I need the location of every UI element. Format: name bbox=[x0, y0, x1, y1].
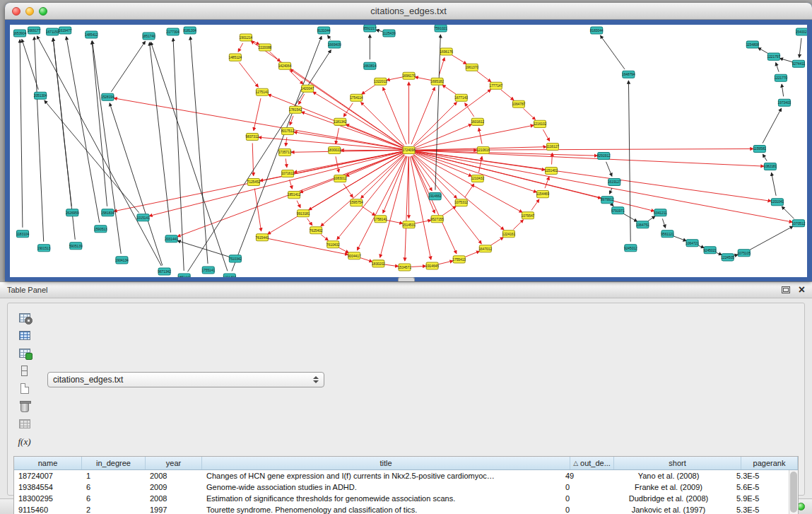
delete-table-button[interactable] bbox=[15, 415, 34, 433]
graph-node[interactable]: 1914662 bbox=[428, 193, 442, 200]
graph-node[interactable]: 1420047 bbox=[301, 85, 314, 92]
short-cell[interactable]: Yano et al. (2008) bbox=[605, 472, 732, 480]
graph-node[interactable]: 9245021 bbox=[703, 247, 717, 254]
graph-node[interactable]: 9527155 bbox=[430, 216, 444, 223]
year-cell[interactable]: 2009 bbox=[146, 483, 202, 491]
graph-node[interactable]: 1755413 bbox=[452, 256, 466, 263]
graph-node[interactable]: 1154469 bbox=[536, 191, 550, 198]
graph-node[interactable]: 1183104 bbox=[16, 230, 30, 238]
name-cell[interactable]: 18300295 bbox=[14, 494, 82, 503]
year-cell[interactable]: 2008 bbox=[146, 494, 202, 503]
graph-node[interactable]: 1485124 bbox=[229, 54, 242, 61]
graph-node[interactable]: 7591021 bbox=[434, 25, 447, 32]
graph-node[interactable]: 1210432 bbox=[471, 175, 484, 182]
graph-node[interactable]: 1914645 bbox=[425, 262, 439, 269]
title-cell[interactable]: Changes of HCN gene expression and I(f) … bbox=[202, 472, 561, 480]
pagerank-cell[interactable]: 5.6E-5 bbox=[732, 483, 789, 491]
graph-node[interactable]: 1758141 bbox=[374, 216, 387, 223]
graph-node[interactable]: 1671150 bbox=[46, 28, 59, 35]
graph-node[interactable]: 1851441 bbox=[177, 274, 191, 277]
graph-node[interactable]: 1534571 bbox=[398, 264, 411, 271]
graph-node[interactable]: 1901513 bbox=[37, 245, 51, 252]
graph-node[interactable]: 1224161 bbox=[502, 230, 516, 238]
window-titlebar[interactable]: citations_edges.txt bbox=[5, 3, 812, 20]
column-header-in_degree[interactable]: in_degree bbox=[82, 457, 146, 469]
graph-node[interactable]: 1083012 bbox=[334, 175, 347, 182]
graph-node[interactable]: 7625402 bbox=[310, 227, 323, 234]
scrollbar-thumb[interactable] bbox=[790, 472, 797, 513]
title-cell[interactable]: Estimation of significance thresholds fo… bbox=[202, 494, 561, 503]
graph-node[interactable]: 1485412 bbox=[85, 31, 98, 38]
graph-node[interactable]: 7125452 bbox=[247, 179, 261, 186]
graph-node[interactable]: 9245012 bbox=[624, 245, 637, 252]
graph-node[interactable]: 1851740 bbox=[142, 33, 155, 40]
name-cell[interactable]: 18724007 bbox=[14, 472, 82, 480]
graph-node[interactable]: 1735713 bbox=[278, 148, 292, 156]
column-header-title[interactable]: title bbox=[202, 457, 570, 469]
graph-node[interactable]: 1619127 bbox=[608, 179, 621, 186]
network-canvas[interactable]: 1724096121061616016121677143169518216961… bbox=[10, 25, 807, 277]
out_degree-cell[interactable]: 0 bbox=[561, 506, 605, 514]
in_degree-cell[interactable]: 2 bbox=[82, 506, 146, 514]
graph-node[interactable]: 8017512 bbox=[281, 127, 295, 134]
graph-node[interactable]: 1781542 bbox=[289, 106, 302, 113]
graph-node[interactable]: 1648794 bbox=[622, 71, 635, 78]
graph-node[interactable]: 1064751 bbox=[636, 221, 649, 228]
graph-node[interactable]: 1216102 bbox=[534, 120, 547, 127]
graph-node[interactable]: 1695182 bbox=[430, 78, 444, 85]
graph-node[interactable]: 1851412 bbox=[288, 192, 301, 199]
column-header-pagerank[interactable]: pagerank bbox=[741, 457, 798, 469]
graph-node[interactable]: 1116127 bbox=[546, 143, 559, 150]
graph-node[interactable]: 1653904 bbox=[13, 30, 27, 37]
graph-node[interactable]: 1724096 bbox=[402, 146, 416, 153]
graph-node[interactable]: 1064721 bbox=[686, 240, 699, 247]
import-table-button[interactable] bbox=[15, 344, 34, 362]
year-cell[interactable]: 2008 bbox=[146, 472, 202, 480]
graph-node[interactable]: 8291912 bbox=[597, 152, 611, 159]
zoom-window-button[interactable] bbox=[39, 7, 47, 16]
graph-node[interactable]: 9913181 bbox=[297, 210, 310, 217]
out_degree-cell[interactable]: 0 bbox=[561, 494, 605, 503]
graph-node[interactable]: 1663814 bbox=[363, 62, 377, 69]
graph-node[interactable]: 1424064 bbox=[278, 62, 292, 69]
graph-node[interactable]: 1696170 bbox=[402, 72, 416, 79]
graph-node[interactable]: 1677143 bbox=[454, 94, 468, 101]
graph-node[interactable]: 1755141 bbox=[201, 267, 215, 274]
graph-node[interactable]: 1159581 bbox=[753, 145, 767, 152]
graph-node[interactable]: 1581834 bbox=[101, 209, 114, 216]
column-header-year[interactable]: year bbox=[146, 457, 202, 469]
short-cell[interactable]: Dudbridge et al. (2008) bbox=[605, 494, 732, 503]
column-header-out_degree[interactable]: △out_de... bbox=[570, 457, 614, 469]
graph-node[interactable]: 7510342 bbox=[229, 255, 242, 262]
graph-node[interactable]: 1201041 bbox=[771, 199, 784, 206]
show-columns-button[interactable] bbox=[15, 327, 34, 344]
graph-node[interactable]: 1590513 bbox=[94, 226, 107, 233]
in_degree-cell[interactable]: 6 bbox=[82, 494, 146, 503]
row-options-button[interactable] bbox=[15, 362, 34, 380]
graph-node[interactable]: 2626959 bbox=[66, 209, 79, 216]
in_degree-cell[interactable]: 1 bbox=[82, 472, 146, 480]
graph-node[interactable]: 1015141 bbox=[136, 214, 150, 221]
graph-node[interactable]: 1082181 bbox=[764, 163, 777, 170]
graph-node[interactable]: 1075312 bbox=[454, 199, 468, 206]
graph-node[interactable]: 1904134 bbox=[115, 257, 129, 264]
name-cell[interactable]: 19384554 bbox=[14, 483, 82, 491]
panel-divider-handle[interactable] bbox=[398, 277, 415, 281]
pagerank-cell[interactable]: 5.3E-5 bbox=[732, 472, 789, 480]
graph-node[interactable]: 1669177 bbox=[28, 27, 41, 34]
table-row[interactable]: 1938455462009Genome-wide association stu… bbox=[14, 481, 789, 493]
table-scrollbar[interactable] bbox=[789, 470, 798, 514]
graph-node[interactable]: 1224505 bbox=[721, 254, 734, 261]
short-cell[interactable]: Franke et al. (2009) bbox=[605, 483, 732, 491]
table-row[interactable]: 1830029562008Estimation of significance … bbox=[14, 493, 789, 504]
graph-node[interactable]: 2051304 bbox=[34, 92, 47, 99]
graph-node[interactable]: 9004417 bbox=[348, 252, 361, 259]
graph-node[interactable]: 1151402 bbox=[545, 168, 558, 175]
table-mode-button[interactable] bbox=[15, 309, 34, 327]
graph-node[interactable]: 1071611 bbox=[281, 170, 295, 177]
table-selector-dropdown[interactable]: citations_edges.txt bbox=[47, 372, 324, 387]
short-cell[interactable]: Jankovic et al. (1997) bbox=[605, 506, 732, 514]
minimize-window-button[interactable] bbox=[25, 7, 34, 16]
function-builder-button[interactable]: f(x) bbox=[15, 433, 34, 450]
graph-node[interactable]: 1696176 bbox=[440, 48, 453, 55]
